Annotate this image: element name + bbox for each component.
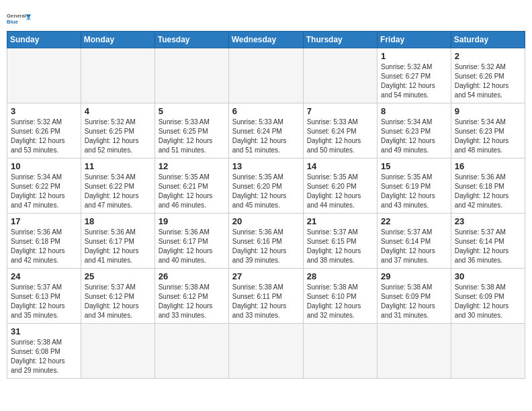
calendar-cell: [81, 48, 154, 103]
calendar-cell: 17Sunrise: 5:36 AM Sunset: 6:18 PM Dayli…: [7, 214, 81, 269]
day-number: 5: [159, 106, 225, 116]
calendar-cell: 15Sunrise: 5:35 AM Sunset: 6:19 PM Dayli…: [378, 158, 451, 214]
col-header-tuesday: Tuesday: [154, 32, 228, 48]
week-row-4: 17Sunrise: 5:36 AM Sunset: 6:18 PM Dayli…: [7, 214, 525, 269]
col-header-wednesday: Wednesday: [228, 32, 303, 48]
col-header-monday: Monday: [81, 32, 154, 48]
day-info: Sunrise: 5:33 AM Sunset: 6:24 PM Dayligh…: [307, 118, 373, 155]
calendar-cell: 6Sunrise: 5:33 AM Sunset: 6:24 PM Daylig…: [228, 103, 303, 158]
week-row-2: 3Sunrise: 5:32 AM Sunset: 6:26 PM Daylig…: [7, 103, 525, 158]
calendar-cell: 3Sunrise: 5:32 AM Sunset: 6:26 PM Daylig…: [7, 103, 81, 158]
day-info: Sunrise: 5:38 AM Sunset: 6:09 PM Dayligh…: [455, 283, 521, 320]
day-number: 20: [232, 216, 300, 226]
day-number: 21: [307, 216, 373, 226]
calendar-cell: [378, 324, 451, 379]
day-number: 7: [307, 106, 373, 116]
day-info: Sunrise: 5:35 AM Sunset: 6:20 PM Dayligh…: [307, 173, 373, 210]
day-number: 14: [307, 161, 373, 171]
calendar-cell: 25Sunrise: 5:37 AM Sunset: 6:12 PM Dayli…: [81, 269, 154, 324]
calendar-cell: 5Sunrise: 5:33 AM Sunset: 6:25 PM Daylig…: [154, 103, 228, 158]
day-number: 23: [455, 216, 521, 226]
calendar-cell: 14Sunrise: 5:35 AM Sunset: 6:20 PM Dayli…: [303, 158, 377, 214]
calendar-header-row: SundayMondayTuesdayWednesdayThursdayFrid…: [7, 32, 525, 48]
day-number: 15: [381, 161, 447, 171]
calendar-cell: 24Sunrise: 5:37 AM Sunset: 6:13 PM Dayli…: [7, 269, 81, 324]
day-info: Sunrise: 5:36 AM Sunset: 6:18 PM Dayligh…: [11, 228, 77, 265]
calendar-cell: [303, 48, 377, 103]
day-info: Sunrise: 5:32 AM Sunset: 6:25 PM Dayligh…: [85, 118, 151, 155]
calendar-cell: 1Sunrise: 5:32 AM Sunset: 6:27 PM Daylig…: [378, 48, 451, 103]
calendar-table: SundayMondayTuesdayWednesdayThursdayFrid…: [7, 31, 525, 379]
day-number: 28: [307, 271, 373, 281]
week-row-5: 24Sunrise: 5:37 AM Sunset: 6:13 PM Dayli…: [7, 269, 525, 324]
day-number: 27: [232, 271, 300, 281]
day-number: 26: [159, 271, 225, 281]
col-header-saturday: Saturday: [451, 32, 525, 48]
calendar-cell: 28Sunrise: 5:38 AM Sunset: 6:10 PM Dayli…: [303, 269, 377, 324]
day-number: 18: [85, 216, 151, 226]
calendar-cell: [154, 324, 228, 379]
calendar-cell: 29Sunrise: 5:38 AM Sunset: 6:09 PM Dayli…: [378, 269, 451, 324]
calendar-cell: 23Sunrise: 5:37 AM Sunset: 6:14 PM Dayli…: [451, 214, 525, 269]
calendar-cell: 7Sunrise: 5:33 AM Sunset: 6:24 PM Daylig…: [303, 103, 377, 158]
calendar-cell: [81, 324, 154, 379]
day-info: Sunrise: 5:34 AM Sunset: 6:23 PM Dayligh…: [381, 118, 447, 155]
day-number: 22: [381, 216, 447, 226]
day-info: Sunrise: 5:35 AM Sunset: 6:19 PM Dayligh…: [381, 173, 447, 210]
calendar-cell: 11Sunrise: 5:34 AM Sunset: 6:22 PM Dayli…: [81, 158, 154, 214]
calendar-cell: 22Sunrise: 5:37 AM Sunset: 6:14 PM Dayli…: [378, 214, 451, 269]
day-number: 1: [381, 51, 447, 61]
day-info: Sunrise: 5:38 AM Sunset: 6:09 PM Dayligh…: [381, 283, 447, 320]
calendar-cell: 12Sunrise: 5:35 AM Sunset: 6:21 PM Dayli…: [154, 158, 228, 214]
day-info: Sunrise: 5:32 AM Sunset: 6:26 PM Dayligh…: [11, 118, 77, 155]
day-number: 13: [232, 161, 300, 171]
week-row-6: 31Sunrise: 5:38 AM Sunset: 6:08 PM Dayli…: [7, 324, 525, 379]
day-number: 17: [11, 216, 77, 226]
day-number: 9: [455, 106, 521, 116]
day-info: Sunrise: 5:38 AM Sunset: 6:12 PM Dayligh…: [159, 283, 225, 320]
day-number: 25: [85, 271, 151, 281]
day-number: 4: [85, 106, 151, 116]
day-info: Sunrise: 5:37 AM Sunset: 6:15 PM Dayligh…: [307, 228, 373, 265]
day-number: 11: [85, 161, 151, 171]
day-number: 31: [11, 326, 77, 336]
day-info: Sunrise: 5:38 AM Sunset: 6:08 PM Dayligh…: [11, 338, 77, 375]
day-info: Sunrise: 5:38 AM Sunset: 6:11 PM Dayligh…: [232, 283, 300, 320]
day-number: 29: [381, 271, 447, 281]
day-info: Sunrise: 5:35 AM Sunset: 6:21 PM Dayligh…: [159, 173, 225, 210]
day-info: Sunrise: 5:38 AM Sunset: 6:10 PM Dayligh…: [307, 283, 373, 320]
logo: General Blue: [7, 7, 31, 28]
calendar-cell: [303, 324, 377, 379]
calendar-cell: 2Sunrise: 5:32 AM Sunset: 6:26 PM Daylig…: [451, 48, 525, 103]
day-number: 2: [455, 51, 521, 61]
calendar-cell: [7, 48, 81, 103]
calendar-cell: 8Sunrise: 5:34 AM Sunset: 6:23 PM Daylig…: [378, 103, 451, 158]
day-number: 19: [159, 216, 225, 226]
day-info: Sunrise: 5:34 AM Sunset: 6:22 PM Dayligh…: [11, 173, 77, 210]
calendar-cell: 20Sunrise: 5:36 AM Sunset: 6:16 PM Dayli…: [228, 214, 303, 269]
day-info: Sunrise: 5:33 AM Sunset: 6:24 PM Dayligh…: [232, 118, 300, 155]
day-info: Sunrise: 5:37 AM Sunset: 6:13 PM Dayligh…: [11, 283, 77, 320]
calendar-cell: [154, 48, 228, 103]
calendar-cell: [228, 48, 303, 103]
svg-text:General: General: [7, 13, 26, 19]
col-header-sunday: Sunday: [7, 32, 81, 48]
calendar-cell: [228, 324, 303, 379]
col-header-friday: Friday: [378, 32, 451, 48]
calendar-cell: 31Sunrise: 5:38 AM Sunset: 6:08 PM Dayli…: [7, 324, 81, 379]
calendar-cell: 9Sunrise: 5:34 AM Sunset: 6:23 PM Daylig…: [451, 103, 525, 158]
calendar-cell: 13Sunrise: 5:35 AM Sunset: 6:20 PM Dayli…: [228, 158, 303, 214]
day-number: 8: [381, 106, 447, 116]
day-info: Sunrise: 5:32 AM Sunset: 6:27 PM Dayligh…: [381, 62, 447, 100]
calendar-cell: 30Sunrise: 5:38 AM Sunset: 6:09 PM Dayli…: [451, 269, 525, 324]
calendar-cell: 19Sunrise: 5:36 AM Sunset: 6:17 PM Dayli…: [154, 214, 228, 269]
col-header-thursday: Thursday: [303, 32, 377, 48]
day-info: Sunrise: 5:37 AM Sunset: 6:14 PM Dayligh…: [455, 228, 521, 265]
day-number: 6: [232, 106, 300, 116]
day-info: Sunrise: 5:35 AM Sunset: 6:20 PM Dayligh…: [232, 173, 300, 210]
week-row-3: 10Sunrise: 5:34 AM Sunset: 6:22 PM Dayli…: [7, 158, 525, 214]
calendar-cell: 10Sunrise: 5:34 AM Sunset: 6:22 PM Dayli…: [7, 158, 81, 214]
day-number: 10: [11, 161, 77, 171]
day-info: Sunrise: 5:36 AM Sunset: 6:18 PM Dayligh…: [455, 173, 521, 210]
week-row-1: 1Sunrise: 5:32 AM Sunset: 6:27 PM Daylig…: [7, 48, 525, 103]
